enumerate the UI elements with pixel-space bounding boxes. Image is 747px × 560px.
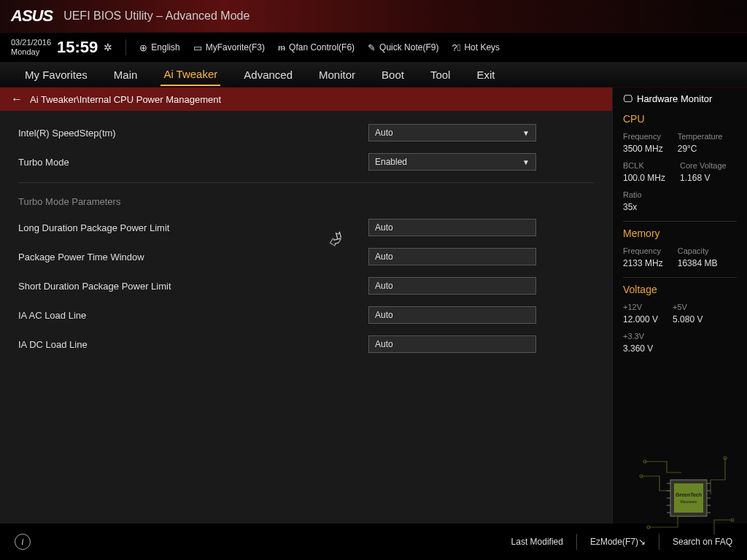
tab-monitor[interactable]: Monitor bbox=[316, 64, 358, 85]
cpu-section-title: CPU bbox=[623, 113, 737, 125]
date-text: 03/21/2016 bbox=[11, 38, 51, 47]
time-window-input[interactable]: Auto bbox=[368, 248, 536, 265]
globe-icon: ⊕ bbox=[139, 42, 147, 53]
gear-icon[interactable]: ✲ bbox=[104, 42, 112, 53]
mem-cap-value: 16384 MB bbox=[678, 258, 718, 268]
chevron-down-icon: ▼ bbox=[522, 158, 530, 166]
v12-value: 12.000 V bbox=[623, 314, 658, 324]
long-power-input[interactable]: Auto bbox=[368, 219, 536, 236]
speedstep-dropdown[interactable]: Auto ▼ bbox=[368, 124, 536, 141]
clock-block: 03/21/2016 Monday 15:59 ✲ bbox=[11, 38, 112, 57]
quicknote-label: Quick Note(F9) bbox=[379, 42, 438, 52]
tab-bar: My Favorites Main Ai Tweaker Advanced Mo… bbox=[0, 62, 747, 88]
cpu-temp-value: 29°C bbox=[678, 144, 723, 154]
cpu-freq-value: 3500 MHz bbox=[623, 144, 663, 154]
quicknote-button[interactable]: ✎ Quick Note(F9) bbox=[368, 42, 438, 53]
back-arrow-icon[interactable]: ← bbox=[11, 93, 23, 106]
cpu-vcore-value: 1.168 V bbox=[680, 173, 727, 183]
qfan-label: Qfan Control(F6) bbox=[289, 42, 355, 52]
search-faq-button[interactable]: Search on FAQ bbox=[673, 537, 732, 547]
separator bbox=[125, 39, 126, 55]
voltage-section-title: Voltage bbox=[623, 284, 737, 295]
tab-tool[interactable]: Tool bbox=[427, 64, 454, 85]
tab-advanced[interactable]: Advanced bbox=[241, 64, 295, 85]
tab-boot[interactable]: Boot bbox=[379, 64, 407, 85]
hw-monitor-title: Hardware Monitor bbox=[637, 93, 712, 104]
turbo-value: Enabled bbox=[375, 157, 407, 167]
footer-bar: i Last Modified EzMode(F7)↘ Search on FA… bbox=[0, 524, 747, 560]
day-text: Monday bbox=[11, 47, 51, 57]
short-power-label: Short Duration Package Power Limit bbox=[18, 281, 368, 292]
tab-exit[interactable]: Exit bbox=[473, 64, 498, 85]
hotkeys-button[interactable]: ?⃣ Hot Keys bbox=[452, 42, 500, 53]
tab-main[interactable]: Main bbox=[111, 64, 141, 85]
last-modified-button[interactable]: Last Modified bbox=[511, 537, 563, 547]
clock-time: 15:59 bbox=[57, 38, 98, 57]
language-label: English bbox=[151, 42, 179, 52]
breadcrumb-bar: ← Ai Tweaker\Internal CPU Power Manageme… bbox=[0, 88, 612, 111]
ezmode-button[interactable]: EzMode(F7)↘ bbox=[590, 537, 646, 547]
turbo-params-header: Turbo Mode Parameters bbox=[18, 196, 594, 207]
fan-icon: ᵯ bbox=[278, 42, 285, 53]
favorite-icon: ▭ bbox=[193, 42, 202, 53]
chevron-down-icon: ▼ bbox=[522, 129, 530, 137]
ia-ac-input[interactable]: Auto bbox=[368, 306, 536, 324]
header-bar: ASUS UEFI BIOS Utility – Advanced Mode bbox=[0, 0, 747, 33]
monitor-icon: 🖵 bbox=[623, 93, 632, 104]
ia-ac-label: IA AC Load Line bbox=[18, 310, 368, 321]
v5-value: 5.080 V bbox=[673, 314, 703, 324]
language-button[interactable]: ⊕ English bbox=[139, 42, 179, 53]
cpu-ratio-value: 35x bbox=[623, 202, 642, 212]
v33-value: 3.360 V bbox=[623, 343, 653, 354]
speedstep-label: Intel(R) SpeedStep(tm) bbox=[18, 128, 368, 139]
content-pane: ← Ai Tweaker\Internal CPU Power Manageme… bbox=[0, 88, 612, 524]
cpu-bclk-value: 100.0 MHz bbox=[623, 173, 665, 183]
turbo-dropdown[interactable]: Enabled ▼ bbox=[368, 153, 536, 171]
app-title: UEFI BIOS Utility – Advanced Mode bbox=[63, 9, 249, 23]
hotkeys-label: Hot Keys bbox=[464, 42, 500, 52]
tab-ai-tweaker[interactable]: Ai Tweaker bbox=[160, 63, 220, 86]
myfavorite-button[interactable]: ▭ MyFavorite(F3) bbox=[193, 42, 265, 53]
speedstep-value: Auto bbox=[375, 128, 393, 138]
myfavorite-label: MyFavorite(F3) bbox=[206, 42, 265, 52]
hardware-monitor-sidebar: 🖵 Hardware Monitor CPU Frequency3500 MHz… bbox=[612, 88, 747, 524]
note-icon: ✎ bbox=[368, 42, 376, 53]
memory-section-title: Memory bbox=[623, 228, 737, 239]
turbo-label: Turbo Mode bbox=[18, 157, 368, 168]
info-icon[interactable]: i bbox=[15, 534, 31, 550]
mem-freq-value: 2133 MHz bbox=[623, 258, 663, 268]
brand-logo: ASUS bbox=[11, 7, 53, 26]
time-window-label: Package Power Time Window bbox=[18, 252, 368, 262]
short-power-input[interactable]: Auto bbox=[368, 277, 536, 295]
topbar: 03/21/2016 Monday 15:59 ✲ ⊕ English ▭ My… bbox=[0, 33, 747, 62]
qfan-button[interactable]: ᵯ Qfan Control(F6) bbox=[278, 42, 355, 53]
tab-my-favorites[interactable]: My Favorites bbox=[22, 64, 90, 85]
keyboard-icon: ?⃣ bbox=[452, 42, 460, 53]
ia-dc-input[interactable]: Auto bbox=[368, 335, 536, 353]
ia-dc-label: IA DC Load Line bbox=[18, 339, 368, 350]
long-power-label: Long Duration Package Power Limit bbox=[18, 222, 368, 233]
breadcrumb-text: Ai Tweaker\Internal CPU Power Management bbox=[30, 94, 221, 105]
